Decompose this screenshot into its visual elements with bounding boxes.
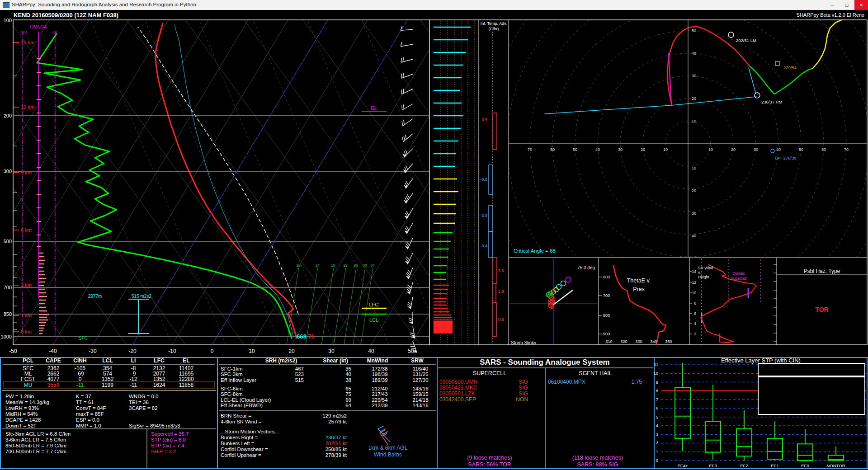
- sars-panel[interactable]: [437, 358, 654, 469]
- thermo-indices-panel[interactable]: [1, 358, 217, 469]
- psbl-haz-panel[interactable]: [777, 258, 867, 345]
- kinematics-panel[interactable]: [217, 358, 437, 469]
- skewt-panel[interactable]: [13, 20, 429, 345]
- temp-advection-panel[interactable]: [478, 20, 509, 345]
- stp-legend-header: [758, 363, 865, 376]
- storm-slinky-panel[interactable]: [509, 258, 599, 345]
- wind-speed-profile-panel[interactable]: [429, 20, 478, 345]
- stp-legend-values: [758, 376, 865, 415]
- sharppy-window: SHARPpy: Sounding and Hodograph Analysis…: [0, 0, 868, 470]
- hodograph-panel[interactable]: [509, 20, 867, 258]
- srwind-panel[interactable]: [689, 258, 777, 345]
- thetae-panel[interactable]: [599, 258, 689, 345]
